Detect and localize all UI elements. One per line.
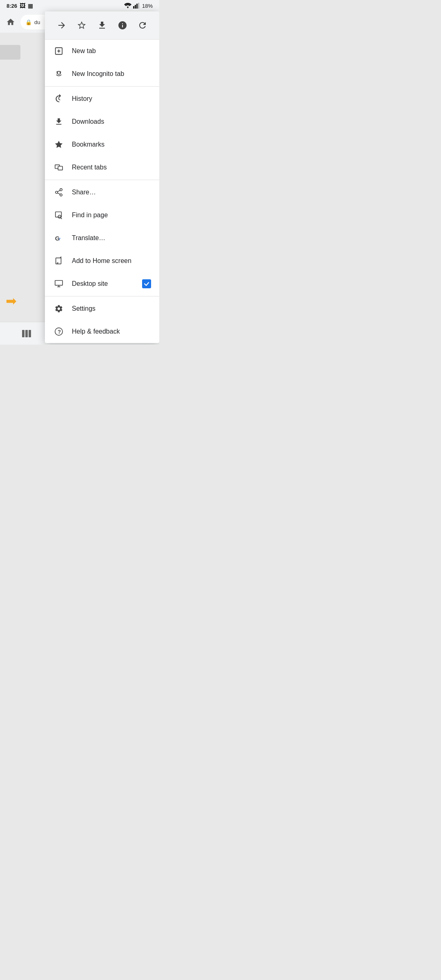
svg-point-14	[60, 194, 62, 196]
wifi-icon	[124, 3, 131, 9]
menu-label-help-feedback: Help & feedback	[72, 328, 120, 335]
share-icon	[53, 188, 65, 197]
menu-item-help-feedback[interactable]: ?Help & feedback	[45, 320, 159, 343]
grid-icon: ▦	[28, 2, 33, 9]
menu-label-recent-tabs: Recent tabs	[72, 164, 107, 171]
svg-point-13	[56, 191, 58, 194]
menu-label-downloads: Downloads	[72, 118, 104, 125]
menu-divider-7	[45, 180, 159, 180]
help-icon: ?	[53, 327, 65, 336]
page-bg-bar	[0, 45, 20, 60]
download-page-button[interactable]	[93, 16, 111, 34]
menu-item-add-to-home[interactable]: Add to Home screen	[45, 249, 159, 272]
svg-rect-2	[136, 4, 138, 9]
menu-item-new-tab[interactable]: New tab	[45, 40, 159, 62]
svg-rect-0	[133, 6, 134, 9]
menu-label-translate: Translate…	[72, 234, 105, 242]
history-icon	[53, 94, 65, 103]
menu-label-new-incognito-tab: New Incognito tab	[72, 70, 124, 78]
menu-label-share: Share…	[72, 189, 96, 196]
find-icon	[53, 211, 65, 220]
translate-icon: GT	[53, 234, 65, 243]
home-button[interactable]	[3, 15, 18, 29]
svg-rect-20	[55, 281, 62, 285]
svg-rect-9	[60, 71, 61, 72]
menu-item-settings[interactable]: Settings	[45, 297, 159, 320]
menu-action-bar	[45, 11, 159, 40]
settings-icon	[53, 304, 65, 313]
svg-rect-1	[135, 5, 136, 9]
nav-menu-button[interactable]	[14, 325, 39, 342]
dropdown-menu: New tabNew Incognito tabHistoryDownloads…	[45, 11, 159, 343]
svg-text:T: T	[58, 237, 61, 241]
menu-label-new-tab: New tab	[72, 47, 96, 55]
svg-text:?: ?	[58, 329, 61, 335]
status-bar: 8:26 🖼 ▦ 18%	[0, 0, 159, 11]
menu-item-share[interactable]: Share…	[45, 181, 159, 204]
svg-rect-8	[57, 71, 58, 72]
svg-rect-3	[138, 3, 139, 9]
recent-tabs-icon	[53, 163, 65, 172]
signal-icon	[133, 3, 140, 9]
yellow-arrow-annotation: ➡	[6, 293, 17, 309]
image-icon: 🖼	[20, 2, 25, 9]
menu-item-translate[interactable]: GTTranslate…	[45, 227, 159, 249]
menu-item-desktop-site[interactable]: Desktop site	[45, 272, 159, 295]
bookmarks-icon	[53, 140, 65, 149]
menu-item-history[interactable]: History	[45, 87, 159, 110]
desktop-icon	[53, 279, 65, 288]
menu-item-recent-tabs[interactable]: Recent tabs	[45, 156, 159, 179]
menu-label-bookmarks: Bookmarks	[72, 141, 105, 148]
lock-icon: 🔒	[25, 19, 32, 25]
downloads-icon	[53, 117, 65, 126]
menu-label-find-in-page: Find in page	[72, 212, 108, 219]
svg-point-12	[60, 189, 62, 191]
svg-rect-19	[56, 258, 61, 264]
new-tab-icon	[53, 47, 65, 56]
menu-divider-2	[45, 86, 159, 87]
menu-item-find-in-page[interactable]: Find in page	[45, 204, 159, 227]
svg-point-6	[57, 72, 58, 74]
info-button[interactable]	[114, 16, 131, 34]
reload-button[interactable]	[134, 16, 151, 34]
menu-divider-13	[45, 296, 159, 296]
forward-button[interactable]	[53, 16, 71, 34]
svg-rect-23	[22, 330, 24, 337]
menu-label-settings: Settings	[72, 305, 96, 312]
svg-rect-24	[25, 330, 28, 337]
menu-label-history: History	[72, 95, 92, 102]
svg-point-7	[60, 72, 61, 74]
menu-item-new-incognito-tab[interactable]: New Incognito tab	[45, 62, 159, 85]
incognito-icon	[53, 69, 65, 78]
svg-rect-25	[29, 330, 31, 337]
svg-rect-11	[58, 166, 62, 170]
url-text: du	[34, 19, 40, 25]
add-home-icon	[53, 256, 65, 265]
battery-icon: 18%	[142, 3, 153, 9]
status-time: 8:26	[7, 3, 17, 9]
menu-items: New tabNew Incognito tabHistoryDownloads…	[45, 40, 159, 343]
menu-label-desktop-site: Desktop site	[72, 280, 108, 287]
menu-item-bookmarks[interactable]: Bookmarks	[45, 133, 159, 156]
desktop-site-checkbox[interactable]	[142, 279, 151, 288]
bookmark-button[interactable]	[73, 16, 91, 34]
menu-label-add-to-home: Add to Home screen	[72, 257, 131, 265]
menu-item-downloads[interactable]: Downloads	[45, 110, 159, 133]
